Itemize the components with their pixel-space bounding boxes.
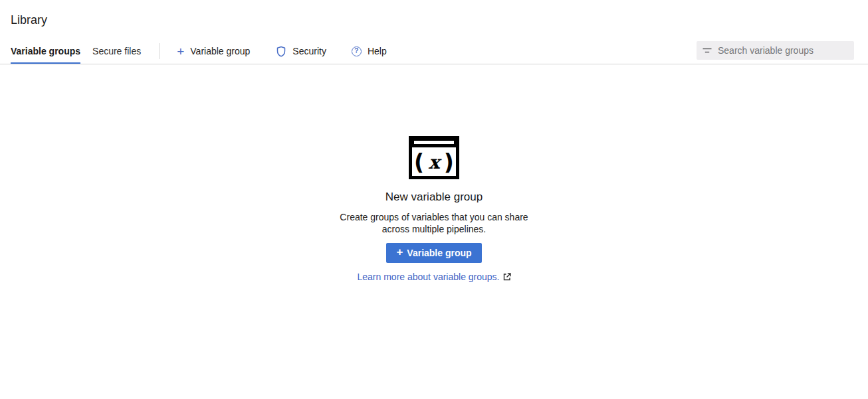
variable-group-window-icon: ( x ) bbox=[409, 136, 459, 179]
external-link-icon bbox=[503, 273, 511, 281]
empty-state: ( x ) New variable group Create groups o… bbox=[0, 136, 868, 282]
tab-variable-groups[interactable]: Variable groups bbox=[11, 39, 80, 64]
help-icon: ? bbox=[352, 46, 362, 56]
shield-icon bbox=[276, 46, 286, 57]
security-button[interactable]: Security bbox=[276, 46, 326, 57]
learn-more-row: Learn more about variable groups. bbox=[357, 272, 510, 282]
help-button[interactable]: ? Help bbox=[352, 46, 387, 56]
new-variable-group-button[interactable]: + Variable group bbox=[386, 243, 481, 263]
search-variable-groups-box[interactable] bbox=[697, 41, 854, 60]
page-title: Library bbox=[11, 13, 47, 27]
help-label: Help bbox=[368, 46, 387, 56]
security-label: Security bbox=[292, 46, 326, 56]
filter-icon bbox=[703, 46, 712, 54]
toolbar-divider bbox=[159, 43, 160, 59]
tab-secure-files[interactable]: Secure files bbox=[92, 39, 141, 64]
add-variable-group-toolbar-button[interactable]: + Variable group bbox=[177, 45, 250, 58]
plus-icon: + bbox=[396, 246, 403, 259]
add-variable-group-label: Variable group bbox=[190, 46, 250, 56]
new-variable-group-button-label: Variable group bbox=[407, 248, 471, 258]
search-input[interactable] bbox=[718, 45, 848, 56]
svg-text:( x ): ( x ) bbox=[414, 149, 454, 175]
plus-icon: + bbox=[177, 45, 184, 58]
empty-state-title: New variable group bbox=[385, 191, 483, 204]
empty-state-description: Create groups of variables that you can … bbox=[328, 212, 540, 235]
learn-more-link[interactable]: Learn more about variable groups. bbox=[357, 272, 499, 282]
